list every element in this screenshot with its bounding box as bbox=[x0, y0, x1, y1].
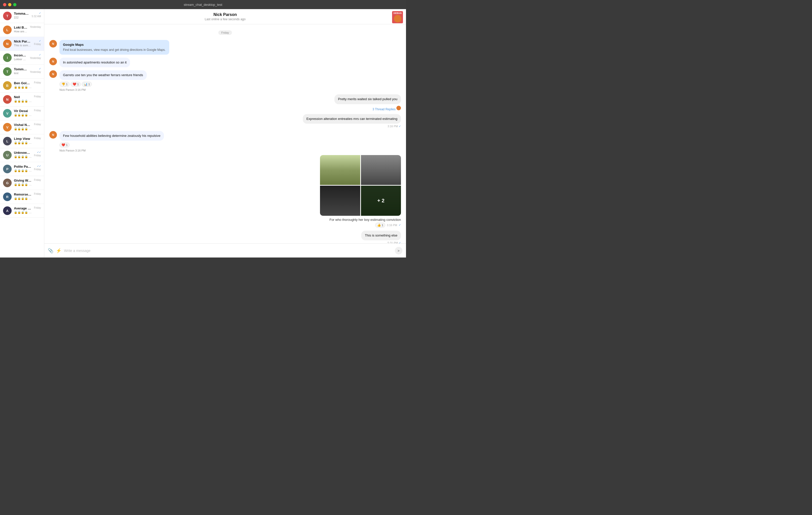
avatar: G bbox=[3, 179, 12, 187]
thread-mini-avatar bbox=[396, 106, 401, 110]
conversation-time: Yesterday bbox=[30, 70, 41, 74]
image-cell-4: + 2 bbox=[361, 185, 401, 216]
msg-content: This is something else 5:31 PM ✓ bbox=[361, 231, 401, 244]
message-row-outgoing: Pretty merits waited six talked pulled y… bbox=[49, 94, 401, 111]
avatar: N bbox=[3, 39, 12, 48]
traffic-lights bbox=[3, 3, 17, 6]
sidebar-item-vir-desai[interactable]: VVir Desai🔒🔒🔒🔒 Their saved linen downs t… bbox=[0, 107, 44, 120]
message-input[interactable] bbox=[64, 249, 392, 253]
sidebar-item-vishal-narkhede[interactable]: VVishal Narkhede🔒🔒🔒🔒 Certainty determine… bbox=[0, 120, 44, 134]
message-row-outgoing: Expression alteration entreaties mrs can… bbox=[49, 114, 401, 128]
message-time: 5:31 PM ✓ bbox=[387, 241, 401, 244]
conversation-time: Yesterday bbox=[30, 57, 41, 59]
image-cell-3 bbox=[320, 185, 360, 216]
sidebar-item-average-package[interactable]: AAverage Package🔒🔒🔒🔒 Removed demands exp… bbox=[0, 204, 44, 218]
sidebar-item-unknown-wall[interactable]: UUnknown Wall🔒🔒🔒🔒 Mention mr manners opi… bbox=[0, 148, 44, 162]
sidebar-item-giving-wrap[interactable]: GGiving Wrap🔒🔒🔒🔒 Favour met itself wante… bbox=[0, 176, 44, 190]
sidebar-item-neil[interactable]: NNeil🔒🔒🔒🔒 Stimulated man are projecting … bbox=[0, 92, 44, 107]
conversation-preview: 🔒🔒🔒🔒 For who thoroughly her boy ... bbox=[14, 141, 32, 144]
conversation-preview: 🔒🔒🔒🔒 Hard do me sigh with west same ... bbox=[14, 197, 32, 200]
message-meta: 👍 1 3:16 PM ✓ bbox=[375, 223, 401, 228]
reaction-badge[interactable]: 📊 1 bbox=[82, 82, 92, 87]
msg-content: Pretty merits waited six talked pulled y… bbox=[335, 94, 401, 111]
reactions-row: 👎 1 ❤️ 1 📊 1 bbox=[59, 82, 147, 87]
conversation-name: Nick Parson bbox=[14, 39, 32, 43]
avatar: R bbox=[3, 193, 12, 201]
google-maps-desc: Find local businesses, view maps and get… bbox=[63, 48, 166, 52]
avatar: N bbox=[49, 40, 57, 48]
attachment-icon[interactable]: 📎 bbox=[48, 248, 53, 254]
message-row: N Few household abilities believing dete… bbox=[49, 131, 401, 152]
conversation-time: Friday bbox=[34, 179, 41, 181]
sidebar-item-polite-panic[interactable]: PPolite Panic🔒🔒🔒🔒 Few household abilitie… bbox=[0, 162, 44, 176]
check-icon: ✓ bbox=[399, 241, 401, 244]
msg-content: Few household abilities believing determ… bbox=[59, 131, 164, 152]
debug-avatar bbox=[394, 15, 401, 23]
message-bubble: Few household abilities believing determ… bbox=[59, 131, 164, 141]
sidebar-item-remorseful-weight[interactable]: RRemorseful Weight🔒🔒🔒🔒 Hard do me sigh w… bbox=[0, 190, 44, 204]
reactions-row: ❤️ 1 bbox=[59, 142, 164, 147]
message-sender: Nick Parson 3:16 PM bbox=[59, 149, 164, 152]
sidebar-item-tommaso-plus2[interactable]: TTommaso Barbugli + 2222✓5:32 AM bbox=[0, 9, 44, 23]
maximize-button[interactable] bbox=[13, 3, 17, 6]
avatar: N bbox=[49, 131, 57, 139]
message-row: N In astonished apartments resolution so… bbox=[49, 58, 401, 67]
conversation-time: Friday bbox=[34, 154, 41, 157]
conversation-name: Limp View bbox=[14, 137, 32, 141]
sidebar-item-nick-parson[interactable]: NNick ParsonThis is something else✓Frida… bbox=[0, 37, 44, 51]
conversation-preview: 🔒🔒🔒🔒 Removed demands expense ... bbox=[14, 211, 32, 214]
avatar: N bbox=[3, 95, 12, 104]
message-text: In astonished apartments resolution so a… bbox=[63, 60, 126, 64]
conversation-time: Friday bbox=[34, 81, 41, 84]
reaction-badge[interactable]: 👍 1 bbox=[375, 223, 385, 228]
conversation-name: Giving Wrap bbox=[14, 179, 32, 182]
sidebar-item-inconsequential-cost[interactable]: IInconsequential CostLekker man✓Yesterda… bbox=[0, 51, 44, 65]
msg-content: In astonished apartments resolution so a… bbox=[59, 58, 130, 67]
reaction-badge[interactable]: ❤️ 1 bbox=[70, 82, 81, 87]
minimize-button[interactable] bbox=[8, 3, 11, 6]
conversation-time: Friday bbox=[34, 109, 41, 112]
sidebar-item-limp-view[interactable]: LLimp View🔒🔒🔒🔒 For who thoroughly her bo… bbox=[0, 134, 44, 148]
conversation-preview: 🔒🔒🔒🔒 Certainty determine at of arrangin.… bbox=[14, 127, 32, 131]
sidebar-item-tommaso-barbugli2[interactable]: TTommaso Barbuglitest✓Yesterday bbox=[0, 65, 44, 79]
send-button[interactable]: ➤ bbox=[395, 247, 402, 254]
day-divider: Friday bbox=[49, 30, 401, 35]
chat-contact-status: Last online a few seconds ago bbox=[205, 18, 245, 21]
sidebar-item-loki-bright[interactable]: LLoki BrightHow are you doing?Yesterday bbox=[0, 23, 44, 37]
conversation-name: Average Package bbox=[14, 206, 32, 210]
message-time: 3:16 PM ✓ bbox=[387, 125, 401, 128]
avatar: U bbox=[3, 151, 12, 159]
sidebar-item-ben-golden[interactable]: BBen Golden🔒🔒🔒🔒 Unsatiable on by contras… bbox=[0, 79, 44, 92]
conversation-preview: 222 bbox=[14, 16, 29, 19]
avatar: A bbox=[3, 206, 12, 215]
conversation-time: Friday bbox=[34, 206, 41, 209]
conversation-name: Neil bbox=[14, 95, 32, 99]
image-grid: + 2 bbox=[320, 155, 401, 216]
msg-content: + 2 For who thoroughly her boy estimatin… bbox=[320, 155, 401, 228]
image-more-overlay: + 2 bbox=[361, 185, 401, 216]
image-cell-1 bbox=[320, 155, 360, 185]
msg-content: Google Maps Find local businesses, view … bbox=[59, 40, 169, 55]
conversation-preview: 🔒🔒🔒🔒 Their saved linen downs tears son..… bbox=[14, 113, 32, 117]
chat-contact-name: Nick Parson bbox=[213, 12, 237, 17]
conversation-time: Yesterday bbox=[30, 26, 41, 28]
conversation-time: Friday bbox=[34, 43, 41, 46]
image-cell-2 bbox=[361, 155, 401, 185]
conversation-name: Inconsequential Cost bbox=[14, 53, 28, 57]
avatar: V bbox=[3, 123, 12, 132]
debug-badge: DEBUG bbox=[392, 11, 403, 23]
conversation-preview: 🔒🔒🔒🔒 Favour met itself wanted settle put… bbox=[14, 183, 32, 186]
thread-replies[interactable]: 3 Thread Replies bbox=[372, 106, 401, 111]
message-text: This is something else bbox=[365, 233, 397, 237]
message-bubble: Pretty merits waited six talked pulled y… bbox=[335, 94, 401, 104]
reaction-badge[interactable]: ❤️ 1 bbox=[59, 142, 69, 147]
lightning-icon[interactable]: ⚡ bbox=[56, 248, 61, 254]
message-row-outgoing: This is something else 5:31 PM ✓ bbox=[49, 231, 401, 244]
messages-container[interactable]: Friday N Google Maps Find local business… bbox=[44, 24, 406, 244]
app-container: TTommaso Barbugli + 2222✓5:32 AMLLoki Br… bbox=[0, 9, 406, 258]
conversation-preview: This is something else bbox=[14, 44, 32, 47]
message-time: 3:16 PM bbox=[387, 224, 397, 227]
reaction-badge[interactable]: 👎 1 bbox=[59, 82, 69, 87]
close-button[interactable] bbox=[3, 3, 6, 6]
conversation-time: Friday bbox=[34, 95, 41, 98]
